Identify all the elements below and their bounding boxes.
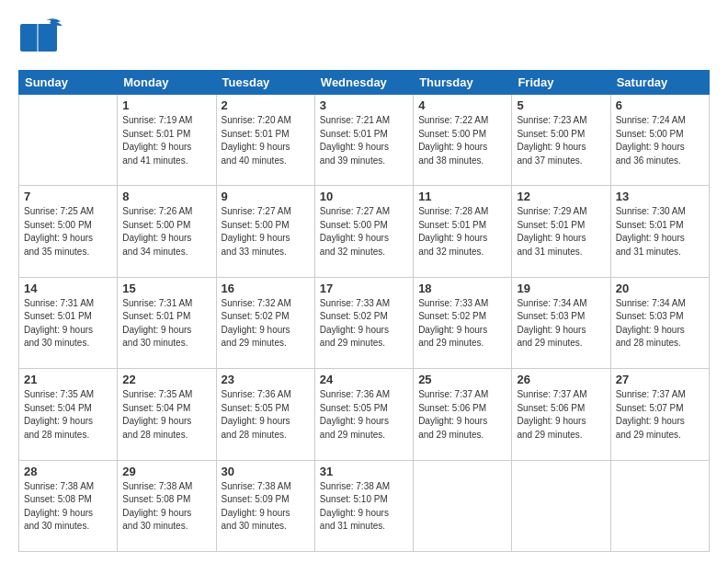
calendar-cell: 14Sunrise: 7:31 AMSunset: 5:01 PMDayligh… — [19, 277, 118, 368]
day-info: Sunrise: 7:37 AMSunset: 5:06 PMDaylight:… — [517, 388, 605, 442]
day-info: Sunrise: 7:38 AMSunset: 5:08 PMDaylight:… — [24, 480, 112, 534]
calendar-cell: 4Sunrise: 7:22 AMSunset: 5:00 PMDaylight… — [414, 95, 512, 186]
day-number: 29 — [122, 465, 210, 478]
day-number: 21 — [24, 373, 112, 386]
day-number: 4 — [418, 98, 506, 112]
calendar-cell: 25Sunrise: 7:37 AMSunset: 5:06 PMDayligh… — [414, 369, 512, 460]
day-info: Sunrise: 7:28 AMSunset: 5:01 PMDaylight:… — [418, 205, 506, 259]
calendar-cell: 9Sunrise: 7:27 AMSunset: 5:00 PMDaylight… — [216, 186, 314, 277]
day-info: Sunrise: 7:38 AMSunset: 5:10 PMDaylight:… — [320, 480, 408, 534]
weekday-header: Saturday — [610, 71, 709, 95]
calendar-cell: 10Sunrise: 7:27 AMSunset: 5:00 PMDayligh… — [314, 186, 413, 277]
day-number: 7 — [24, 190, 112, 203]
calendar-cell: 22Sunrise: 7:35 AMSunset: 5:04 PMDayligh… — [118, 369, 216, 460]
day-info: Sunrise: 7:37 AMSunset: 5:07 PMDaylight:… — [616, 388, 704, 442]
day-number: 22 — [122, 373, 210, 386]
calendar-cell: 20Sunrise: 7:34 AMSunset: 5:03 PMDayligh… — [610, 277, 709, 368]
day-number: 19 — [517, 282, 605, 295]
week-row: 28Sunrise: 7:38 AMSunset: 5:08 PMDayligh… — [19, 460, 710, 551]
calendar-cell: 26Sunrise: 7:37 AMSunset: 5:06 PMDayligh… — [512, 369, 610, 460]
day-number: 17 — [320, 282, 408, 295]
day-info: Sunrise: 7:34 AMSunset: 5:03 PMDaylight:… — [616, 297, 704, 350]
day-number: 12 — [517, 190, 605, 203]
calendar-cell: 1Sunrise: 7:19 AMSunset: 5:01 PMDaylight… — [118, 95, 216, 186]
calendar-cell: 18Sunrise: 7:33 AMSunset: 5:02 PMDayligh… — [414, 277, 512, 368]
day-info: Sunrise: 7:33 AMSunset: 5:02 PMDaylight:… — [418, 297, 506, 350]
calendar-cell: 15Sunrise: 7:31 AMSunset: 5:01 PMDayligh… — [118, 277, 216, 368]
calendar-cell: 28Sunrise: 7:38 AMSunset: 5:08 PMDayligh… — [19, 460, 118, 551]
day-info: Sunrise: 7:20 AMSunset: 5:01 PMDaylight:… — [222, 114, 310, 167]
calendar-cell — [414, 460, 512, 551]
day-info: Sunrise: 7:35 AMSunset: 5:04 PMDaylight:… — [122, 388, 210, 442]
calendar-table: SundayMondayTuesdayWednesdayThursdayFrid… — [18, 70, 710, 552]
day-number: 28 — [24, 465, 112, 478]
logo — [18, 17, 66, 61]
calendar-cell — [512, 460, 610, 551]
day-number: 6 — [616, 98, 704, 112]
weekday-header: Thursday — [414, 71, 512, 95]
day-number: 8 — [122, 190, 210, 203]
day-number: 2 — [222, 98, 310, 112]
day-info: Sunrise: 7:35 AMSunset: 5:04 PMDaylight:… — [24, 388, 112, 442]
calendar-cell: 5Sunrise: 7:23 AMSunset: 5:00 PMDaylight… — [512, 95, 610, 186]
day-info: Sunrise: 7:24 AMSunset: 5:00 PMDaylight:… — [616, 114, 704, 167]
day-number: 1 — [122, 98, 210, 112]
week-row: 7Sunrise: 7:25 AMSunset: 5:00 PMDaylight… — [19, 186, 710, 277]
calendar-cell: 6Sunrise: 7:24 AMSunset: 5:00 PMDaylight… — [610, 95, 709, 186]
calendar-cell: 27Sunrise: 7:37 AMSunset: 5:07 PMDayligh… — [610, 369, 709, 460]
calendar-cell: 12Sunrise: 7:29 AMSunset: 5:01 PMDayligh… — [512, 186, 610, 277]
day-info: Sunrise: 7:31 AMSunset: 5:01 PMDaylight:… — [122, 297, 210, 350]
day-number: 3 — [320, 98, 408, 112]
weekday-header: Wednesday — [314, 71, 413, 95]
day-number: 14 — [24, 282, 112, 295]
day-info: Sunrise: 7:36 AMSunset: 5:05 PMDaylight:… — [222, 388, 310, 442]
day-info: Sunrise: 7:34 AMSunset: 5:03 PMDaylight:… — [517, 297, 605, 350]
day-info: Sunrise: 7:31 AMSunset: 5:01 PMDaylight:… — [24, 297, 112, 350]
calendar-cell: 13Sunrise: 7:30 AMSunset: 5:01 PMDayligh… — [610, 186, 709, 277]
day-info: Sunrise: 7:33 AMSunset: 5:02 PMDaylight:… — [320, 297, 408, 350]
calendar-cell: 3Sunrise: 7:21 AMSunset: 5:01 PMDaylight… — [314, 95, 413, 186]
day-info: Sunrise: 7:27 AMSunset: 5:00 PMDaylight:… — [320, 205, 408, 259]
day-info: Sunrise: 7:38 AMSunset: 5:09 PMDaylight:… — [222, 480, 310, 534]
day-number: 20 — [616, 282, 704, 295]
day-info: Sunrise: 7:36 AMSunset: 5:05 PMDaylight:… — [320, 388, 408, 442]
day-number: 27 — [616, 373, 704, 386]
day-info: Sunrise: 7:22 AMSunset: 5:00 PMDaylight:… — [418, 114, 506, 167]
week-row: 14Sunrise: 7:31 AMSunset: 5:01 PMDayligh… — [19, 277, 710, 368]
day-number: 16 — [222, 282, 310, 295]
week-row: 21Sunrise: 7:35 AMSunset: 5:04 PMDayligh… — [19, 369, 710, 460]
day-info: Sunrise: 7:38 AMSunset: 5:08 PMDaylight:… — [122, 480, 210, 534]
calendar-cell: 23Sunrise: 7:36 AMSunset: 5:05 PMDayligh… — [216, 369, 314, 460]
day-number: 30 — [222, 465, 310, 478]
calendar-cell: 2Sunrise: 7:20 AMSunset: 5:01 PMDaylight… — [216, 95, 314, 186]
day-number: 24 — [320, 373, 408, 386]
weekday-header: Friday — [512, 71, 610, 95]
day-info: Sunrise: 7:27 AMSunset: 5:00 PMDaylight:… — [222, 205, 310, 259]
header — [18, 17, 710, 61]
day-number: 25 — [418, 373, 506, 386]
calendar-cell: 29Sunrise: 7:38 AMSunset: 5:08 PMDayligh… — [118, 460, 216, 551]
svg-rect-1 — [37, 24, 39, 52]
logo-icon — [18, 17, 63, 57]
day-info: Sunrise: 7:30 AMSunset: 5:01 PMDaylight:… — [616, 205, 704, 259]
day-number: 15 — [122, 282, 210, 295]
weekday-header: Sunday — [19, 71, 118, 95]
calendar-cell: 21Sunrise: 7:35 AMSunset: 5:04 PMDayligh… — [19, 369, 118, 460]
calendar-cell: 31Sunrise: 7:38 AMSunset: 5:10 PMDayligh… — [314, 460, 413, 551]
week-row: 1Sunrise: 7:19 AMSunset: 5:01 PMDaylight… — [19, 95, 710, 186]
calendar-cell: 19Sunrise: 7:34 AMSunset: 5:03 PMDayligh… — [512, 277, 610, 368]
weekday-header-row: SundayMondayTuesdayWednesdayThursdayFrid… — [19, 71, 710, 95]
day-number: 9 — [222, 190, 310, 203]
day-info: Sunrise: 7:32 AMSunset: 5:02 PMDaylight:… — [222, 297, 310, 350]
day-info: Sunrise: 7:37 AMSunset: 5:06 PMDaylight:… — [418, 388, 506, 442]
day-number: 18 — [418, 282, 506, 295]
calendar-cell: 8Sunrise: 7:26 AMSunset: 5:00 PMDaylight… — [118, 186, 216, 277]
calendar-cell: 17Sunrise: 7:33 AMSunset: 5:02 PMDayligh… — [314, 277, 413, 368]
calendar-cell: 11Sunrise: 7:28 AMSunset: 5:01 PMDayligh… — [414, 186, 512, 277]
day-info: Sunrise: 7:26 AMSunset: 5:00 PMDaylight:… — [122, 205, 210, 259]
weekday-header: Tuesday — [216, 71, 314, 95]
day-info: Sunrise: 7:19 AMSunset: 5:01 PMDaylight:… — [122, 114, 210, 167]
day-number: 10 — [320, 190, 408, 203]
calendar-cell — [610, 460, 709, 551]
day-number: 13 — [616, 190, 704, 203]
